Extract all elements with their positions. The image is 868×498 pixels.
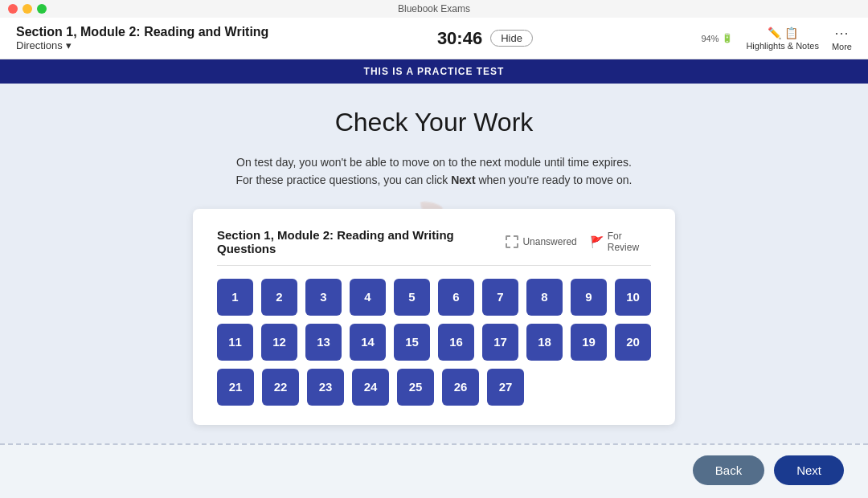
- page-title: Check Your Work: [335, 108, 534, 137]
- question-btn-4[interactable]: 4: [350, 279, 386, 316]
- legend: Unanswered 🚩 For Review: [506, 231, 651, 253]
- number-grid: 1 2 3 4 5 6 7 8 9 10 11 12 13 14 15: [217, 279, 651, 406]
- question-btn-9[interactable]: 9: [571, 279, 607, 316]
- back-button[interactable]: Back: [693, 455, 764, 485]
- question-btn-10[interactable]: 10: [615, 279, 651, 316]
- number-row-2: 11 12 13 14 15 16 17 18 19 20: [217, 324, 651, 361]
- instruction-bold: Next: [451, 173, 475, 186]
- directions-label: Directions: [16, 39, 63, 51]
- nav-right: 94% 🔋 ✏️ 📋 Highlights & Notes ⋯ More: [701, 26, 852, 51]
- minimize-dot[interactable]: [23, 4, 32, 14]
- question-card: Section 1, Module 2: Reading and Writing…: [193, 209, 675, 425]
- question-btn-16[interactable]: 16: [438, 324, 474, 361]
- legend-review: 🚩 For Review: [590, 231, 651, 253]
- question-btn-12[interactable]: 12: [261, 324, 297, 361]
- close-dot[interactable]: [8, 4, 18, 14]
- bookmark-icon: 📋: [784, 27, 798, 39]
- chevron-down-icon: ▾: [66, 39, 72, 51]
- question-btn-8[interactable]: 8: [526, 279, 563, 316]
- more-dots-icon: ⋯: [834, 26, 849, 40]
- question-btn-2[interactable]: 2: [261, 279, 297, 316]
- legend-unanswered: Unanswered: [506, 235, 576, 248]
- hide-button[interactable]: Hide: [490, 30, 533, 47]
- window-controls: [8, 4, 47, 14]
- question-btn-13[interactable]: 13: [305, 324, 342, 361]
- instruction-line2-prefix: For these practice questions, you can cl…: [236, 173, 452, 186]
- review-label: For Review: [608, 231, 651, 253]
- question-btn-1[interactable]: 1: [217, 279, 253, 316]
- question-btn-20[interactable]: 20: [615, 324, 651, 361]
- question-btn-26[interactable]: 26: [442, 369, 479, 406]
- content-wrapper: Check Your Work On test day, you won't b…: [16, 108, 852, 425]
- maximize-dot[interactable]: [37, 4, 47, 14]
- question-btn-22[interactable]: 22: [262, 369, 299, 406]
- number-row-1: 1 2 3 4 5 6 7 8 9 10: [217, 279, 651, 316]
- directions-dropdown[interactable]: Directions ▾: [16, 39, 268, 51]
- top-nav: Section 1, Module 2: Reading and Writing…: [0, 18, 868, 59]
- question-btn-11[interactable]: 11: [217, 324, 253, 361]
- practice-banner: THIS IS A PRACTICE TEST: [0, 59, 868, 84]
- nav-right-actions: ✏️ 📋 Highlights & Notes ⋯ More: [746, 26, 852, 51]
- highlights-icons: ✏️ 📋: [768, 27, 798, 39]
- highlights-notes-button[interactable]: ✏️ 📋 Highlights & Notes: [746, 27, 819, 51]
- battery-label: 94%: [701, 34, 719, 43]
- review-flag-icon: 🚩: [590, 235, 604, 248]
- card-header: Section 1, Module 2: Reading and Writing…: [217, 228, 651, 266]
- instruction-line2: For these practice questions, you can cl…: [236, 171, 633, 189]
- pencil-icon: ✏️: [768, 27, 781, 39]
- card-title: Section 1, Module 2: Reading and Writing…: [217, 228, 506, 255]
- question-btn-6[interactable]: 6: [438, 279, 474, 316]
- question-btn-7[interactable]: 7: [482, 279, 518, 316]
- main-content: 🍂 Check Your Work On test day, you won't…: [0, 84, 868, 495]
- nav-center: 30:46 Hide: [437, 28, 533, 49]
- section-title: Section 1, Module 2: Reading and Writing: [16, 25, 268, 39]
- instruction-line1: On test day, you won't be able to move o…: [236, 153, 633, 171]
- question-btn-27[interactable]: 27: [487, 369, 524, 406]
- question-btn-5[interactable]: 5: [394, 279, 430, 316]
- question-btn-19[interactable]: 19: [571, 324, 607, 361]
- more-button[interactable]: ⋯ More: [832, 26, 852, 51]
- battery-icon: 🔋: [722, 33, 733, 43]
- question-btn-21[interactable]: 21: [217, 369, 254, 406]
- unanswered-icon: [506, 235, 518, 248]
- battery-area: 94% 🔋: [701, 33, 733, 43]
- nav-left: Section 1, Module 2: Reading and Writing…: [16, 25, 268, 51]
- question-btn-23[interactable]: 23: [307, 369, 344, 406]
- more-label: More: [832, 42, 852, 51]
- practice-banner-text: THIS IS A PRACTICE TEST: [364, 66, 505, 77]
- question-btn-24[interactable]: 24: [352, 369, 389, 406]
- question-btn-17[interactable]: 17: [482, 324, 518, 361]
- next-button[interactable]: Next: [774, 455, 844, 485]
- highlights-notes-label: Highlights & Notes: [746, 41, 819, 51]
- unanswered-label: Unanswered: [522, 236, 576, 247]
- question-btn-14[interactable]: 14: [350, 324, 386, 361]
- app-title: Bluebook Exams: [398, 3, 470, 14]
- instructions: On test day, you won't be able to move o…: [236, 153, 633, 190]
- timer-display: 30:46: [437, 28, 482, 49]
- question-btn-15[interactable]: 15: [394, 324, 430, 361]
- question-btn-18[interactable]: 18: [526, 324, 563, 361]
- bottom-bar: Back Next: [0, 443, 868, 495]
- title-bar: Bluebook Exams: [0, 0, 868, 18]
- instruction-line2-suffix: when you're ready to move on.: [476, 173, 633, 186]
- question-btn-25[interactable]: 25: [397, 369, 434, 406]
- number-row-3: 21 22 23 24 25 26 27: [217, 369, 651, 406]
- question-btn-3[interactable]: 3: [305, 279, 342, 316]
